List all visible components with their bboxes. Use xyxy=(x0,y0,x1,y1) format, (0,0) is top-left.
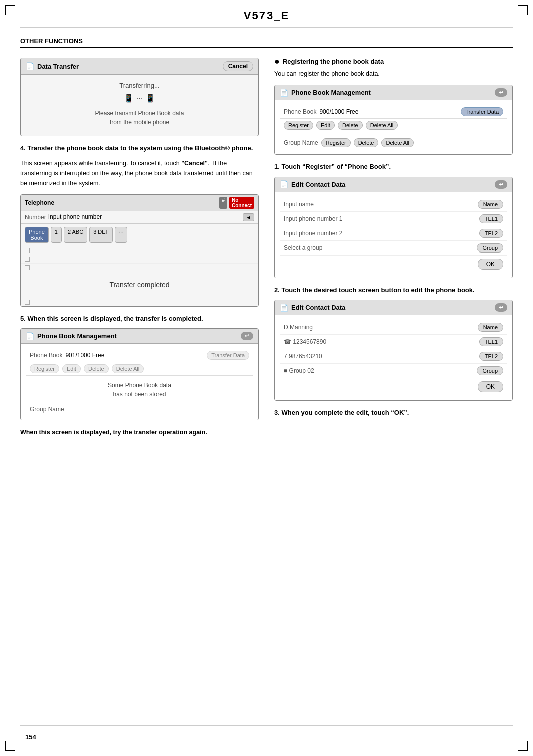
group-name-label1: Group Name xyxy=(284,139,318,146)
pb-btns-row1-r: Register Edit Delete Delete All xyxy=(280,119,507,132)
cancel-button[interactable]: Cancel xyxy=(223,61,253,71)
pb-note: Some Phone Book data has not been stored xyxy=(26,376,253,404)
pb-icon1: 📄 xyxy=(280,89,288,97)
pb-phone-row1: Phone Book 900/1000 Free Transfer Data xyxy=(280,105,507,119)
checkbox-1[interactable] xyxy=(25,248,30,253)
ec2-group-btn[interactable]: Group xyxy=(477,366,503,375)
transfer-complete-text: Transfer completed xyxy=(21,272,258,298)
key-more[interactable]: ··· xyxy=(115,227,127,243)
pb-mgmt1-body: Phone Book 900/1000 Free Transfer Data R… xyxy=(275,100,512,154)
ec1-tel2-btn[interactable]: TEL2 xyxy=(479,229,503,238)
delete-btn2[interactable]: Delete xyxy=(84,364,109,373)
ec1-tel1-btn[interactable]: TEL1 xyxy=(479,214,503,223)
pb-group-row1: Group Name Register Delete Delete All xyxy=(280,136,507,149)
ec1-title: Edit Contact Data xyxy=(291,181,345,188)
pb-management-screen1: 📄 Phone Book Management ↩ Phone Book 900… xyxy=(274,85,513,155)
pb-mgmt1-header: 📄 Phone Book Management ↩ xyxy=(275,85,512,100)
corner-mark-tr xyxy=(518,5,528,15)
pb-mgmt2-back-btn[interactable]: ↩ xyxy=(241,332,253,340)
pb-phone-value: 901/1000 Free xyxy=(65,352,204,359)
ec2-row-name: D.Manning Name xyxy=(280,320,507,335)
pb-mgmt1-back-btn[interactable]: ↩ xyxy=(495,88,507,97)
backspace-btn[interactable]: ◄ xyxy=(243,213,254,221)
edit-btn2[interactable]: Edit xyxy=(62,364,81,373)
register-btn1[interactable]: Register xyxy=(284,121,313,130)
ec2-tel2-btn[interactable]: TEL2 xyxy=(479,352,503,361)
ec1-row-group: Select a group Group xyxy=(280,241,507,256)
no-connect-badge: NoConnect xyxy=(229,197,254,209)
document-icon: 📄 xyxy=(26,62,34,70)
step2-label: 2. Touch the desired touch screen button… xyxy=(274,285,513,295)
ec2-title: Edit Contact Data xyxy=(291,304,345,311)
bullet-heading: ● Registering the phone book data xyxy=(274,58,513,66)
register-btn2[interactable]: Register xyxy=(30,364,59,373)
step3-label: 3. When you complete the edit, touch “OK… xyxy=(274,408,513,418)
ec1-row-tel2: Input phone number 2 TEL2 xyxy=(280,226,507,241)
left-column: 📄 Data Transfer Cancel Transferring... 📱… xyxy=(20,58,259,443)
edit-btn1[interactable]: Edit xyxy=(316,121,335,130)
number-label: Number xyxy=(25,214,46,221)
pb-label1: Phone Book xyxy=(284,108,316,115)
page-header: V573_E xyxy=(20,0,513,28)
bullet-body: You can register the phone book data. xyxy=(274,69,513,79)
pb-mgmt1-title: Phone Book Management xyxy=(291,89,371,96)
ec1-ok-row: OK xyxy=(280,256,507,273)
group-register-btn[interactable]: Register xyxy=(321,138,351,147)
hash-badge: # xyxy=(219,197,227,209)
transfer-message: Please transmit Phone Book data from the… xyxy=(26,109,253,127)
ec1-body: Input name Name Input phone number 1 TEL… xyxy=(275,192,512,278)
delete-btn1[interactable]: Delete xyxy=(338,121,363,130)
pb-group-row2: Group Name xyxy=(26,404,253,415)
data-transfer-title: Data Transfer xyxy=(37,63,79,70)
data-transfer-body: Transferring... 📱 ··· 📱 Please transmit … xyxy=(21,75,258,136)
pb-mgmt2-header: 📄 Phone Book Management ↩ xyxy=(21,329,258,344)
delete-all-btn1[interactable]: Delete All xyxy=(366,121,398,130)
ec1-name-btn[interactable]: Name xyxy=(478,200,503,209)
bullet-dot: ● xyxy=(274,57,280,66)
group-delete-all-btn[interactable]: Delete All xyxy=(381,138,413,147)
edit-contact-screen1: 📄 Edit Contact Data ↩ Input name Name In… xyxy=(274,177,513,278)
checkbox-4[interactable] xyxy=(25,300,30,305)
ec2-name-btn[interactable]: Name xyxy=(478,323,503,332)
delete-all-btn2[interactable]: Delete All xyxy=(112,364,144,373)
ec2-ok-row: OK xyxy=(280,378,507,395)
key-2abc[interactable]: 2 ABC xyxy=(64,227,87,243)
data-transfer-header: 📄 Data Transfer Cancel xyxy=(21,58,258,75)
step4-label: 4. Transfer the phone book data to the s… xyxy=(20,143,259,153)
ec2-ok-btn[interactable]: OK xyxy=(478,381,503,392)
telephone-screen: Telephone # NoConnect Number Input phone… xyxy=(20,194,259,307)
checkbox-3[interactable] xyxy=(25,265,30,270)
ec1-ok-btn[interactable]: OK xyxy=(478,259,503,270)
ec2-tel1-btn[interactable]: TEL1 xyxy=(479,337,503,346)
pb-phone-label: Phone Book xyxy=(30,352,62,359)
ec2-row-group: ■ Group 02 Group xyxy=(280,364,507,378)
phonebook-key[interactable]: PhoneBook xyxy=(25,227,49,243)
header-title: V573_E xyxy=(244,9,289,22)
key-3def[interactable]: 3 DEF xyxy=(89,227,113,243)
page-number: 154 xyxy=(25,733,36,741)
pb-phone-row: Phone Book 901/1000 Free Transfer Data xyxy=(26,349,253,362)
ec1-icon: 📄 xyxy=(280,180,288,188)
key-1[interactable]: 1 xyxy=(51,227,62,243)
pb-icon2: 📄 xyxy=(26,332,34,340)
tel-keypad: PhoneBook 1 2 ABC 3 DEF ··· xyxy=(21,224,258,246)
phone-input[interactable]: Input phone number xyxy=(48,213,241,221)
pb-btns-row1: Register Edit Delete Delete All xyxy=(26,362,253,376)
ec1-row-name: Input name Name xyxy=(280,197,507,212)
step4-body: This screen appears while transferring. … xyxy=(20,158,259,188)
ec1-back-btn[interactable]: ↩ xyxy=(495,180,507,189)
group-delete-btn[interactable]: Delete xyxy=(354,138,379,147)
pb-value1: 900/1000 Free xyxy=(319,108,458,115)
dots-icon: ··· xyxy=(137,94,142,102)
transfer-data-btn1[interactable]: Transfer Data xyxy=(461,107,503,116)
ec1-row-tel1: Input phone number 1 TEL1 xyxy=(280,212,507,226)
ec2-back-btn[interactable]: ↩ xyxy=(495,303,507,312)
checkbox-2[interactable] xyxy=(25,257,30,262)
ec2-row-tel2: 7 9876543210 TEL2 xyxy=(280,349,507,364)
transfer-data-btn2[interactable]: Transfer Data xyxy=(207,351,249,360)
pb-mgmt2-body: Phone Book 901/1000 Free Transfer Data R… xyxy=(21,344,258,420)
ec2-header: 📄 Edit Contact Data ↩ xyxy=(275,300,512,315)
ec1-group-btn[interactable]: Group xyxy=(477,243,503,253)
ec2-body: D.Manning Name ☎ 1234567890 TEL1 7 98765… xyxy=(275,315,512,400)
data-transfer-screen: 📄 Data Transfer Cancel Transferring... 📱… xyxy=(20,58,259,136)
